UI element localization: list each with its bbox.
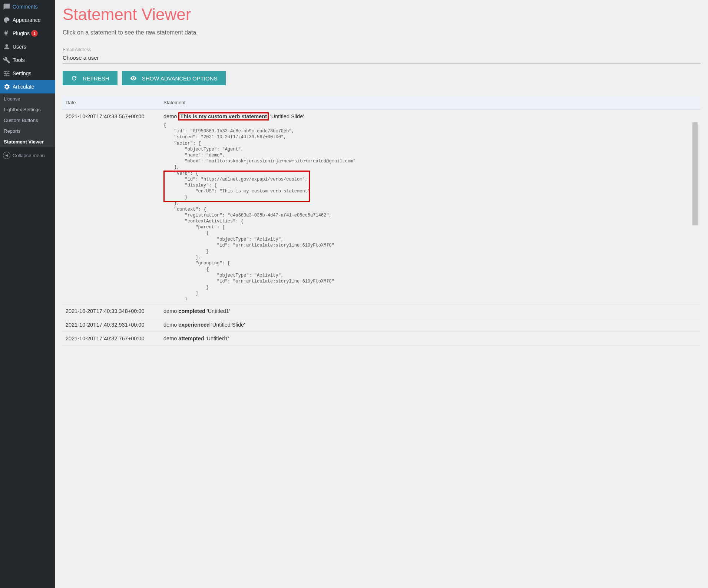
refresh-icon: [71, 75, 77, 82]
statements-table: Date Statement 2021-10-20T17:40:33.567+0…: [63, 96, 701, 346]
appearance-icon: [3, 16, 10, 24]
refresh-button[interactable]: REFRESH: [63, 71, 118, 85]
statement-date: 2021-10-20T17:40:32.931+00:00: [66, 322, 163, 328]
statement-summary: demo experienced 'Untitled Slide': [163, 322, 245, 328]
refresh-label: REFRESH: [83, 75, 109, 82]
statement-object: 'Untitled1': [205, 308, 230, 314]
advanced-label: SHOW ADVANCED OPTIONS: [142, 75, 218, 82]
email-field[interactable]: Choose a user: [63, 54, 701, 64]
admin-sidebar: CommentsAppearancePlugins1UsersToolsSett…: [0, 0, 55, 588]
gear-icon: [3, 83, 10, 90]
sidebar-item-label: Plugins: [13, 30, 30, 36]
statement-column-header: Statement: [163, 100, 698, 105]
plugins-icon: [3, 30, 10, 37]
statement-verb: experienced: [178, 322, 210, 328]
statement-date: 2021-10-20T17:40:33.348+00:00: [66, 308, 163, 314]
statement-json-wrap[interactable]: { "id": "0f950889-1b33-4c8e-bb9c-cadc78b…: [163, 122, 698, 300]
statement-summary: demo attempted 'Untitled1': [163, 336, 229, 341]
submenu-item-reports[interactable]: Reports: [0, 126, 55, 136]
sidebar-item-comments[interactable]: Comments: [0, 0, 55, 13]
comments-icon: [3, 3, 10, 10]
sidebar-item-plugins[interactable]: Plugins1: [0, 27, 55, 40]
eye-icon: [130, 75, 137, 82]
statement-object: 'Untitled1': [204, 336, 229, 341]
table-header: Date Statement: [63, 96, 701, 110]
table-row[interactable]: 2021-10-20T17:40:33.567+00:00demo This i…: [63, 110, 701, 304]
page-title: Statement Viewer: [63, 5, 701, 24]
sidebar-item-label: Articulate: [13, 84, 34, 90]
sidebar-item-label: Tools: [13, 57, 25, 63]
statement-summary: demo This is my custom verb statement 'U…: [163, 112, 304, 120]
svg-point-3: [8, 19, 9, 20]
svg-point-0: [4, 19, 6, 20]
submenu-item-statement-viewer[interactable]: Statement Viewer: [0, 136, 55, 147]
submenu-item-license[interactable]: License: [0, 93, 55, 104]
statement-cell: demo attempted 'Untitled1': [163, 336, 698, 341]
statement-actor: demo: [163, 336, 178, 341]
sidebar-item-label: Comments: [13, 4, 38, 10]
collapse-menu-label: Collapse menu: [13, 153, 45, 158]
submenu-item-lightbox-settings[interactable]: Lightbox Settings: [0, 104, 55, 115]
statement-actor: demo: [163, 308, 178, 314]
date-column-header: Date: [66, 100, 163, 105]
sidebar-item-articulate[interactable]: Articulate: [0, 80, 55, 93]
table-row[interactable]: 2021-10-20T17:40:33.348+00:00demo comple…: [63, 304, 701, 318]
statement-actor: demo: [163, 322, 178, 328]
statement-cell: demo experienced 'Untitled Slide': [163, 322, 698, 328]
statement-summary: demo completed 'Untitled1': [163, 308, 230, 314]
tools-icon: [3, 56, 10, 64]
collapse-menu-button[interactable]: ◄ Collapse menu: [0, 149, 55, 162]
page-subtitle: Click on a statement to see the raw stat…: [63, 29, 701, 36]
sidebar-item-tools[interactable]: Tools: [0, 53, 55, 67]
scrollbar-thumb[interactable]: [692, 122, 698, 225]
sidebar-item-label: Appearance: [13, 17, 41, 23]
email-field-label: Email Address: [63, 47, 701, 52]
statement-verb: attempted: [178, 336, 204, 341]
sidebar-item-appearance[interactable]: Appearance: [0, 13, 55, 27]
svg-point-2: [7, 18, 8, 19]
submenu-item-custom-buttons[interactable]: Custom Buttons: [0, 115, 55, 126]
statement-verb: This is my custom verb statement: [178, 112, 269, 120]
collapse-icon: ◄: [3, 152, 10, 159]
sidebar-item-settings[interactable]: Settings: [0, 67, 55, 80]
statement-json: { "id": "0f950889-1b33-4c8e-bb9c-cadc78b…: [163, 122, 698, 300]
svg-point-1: [6, 18, 7, 19]
articulate-submenu: LicenseLightbox SettingsCustom ButtonsRe…: [0, 93, 55, 147]
toolbar: REFRESH SHOW ADVANCED OPTIONS: [63, 71, 701, 85]
update-badge: 1: [31, 30, 38, 37]
settings-icon: [3, 70, 10, 77]
show-advanced-button[interactable]: SHOW ADVANCED OPTIONS: [122, 71, 226, 85]
sidebar-item-label: Settings: [13, 70, 32, 76]
statement-object: 'Untitled Slide': [210, 322, 245, 328]
table-row[interactable]: 2021-10-20T17:40:32.931+00:00demo experi…: [63, 318, 701, 332]
users-icon: [3, 43, 10, 50]
statement-date: 2021-10-20T17:40:32.767+00:00: [66, 336, 163, 341]
sidebar-item-label: Users: [13, 44, 26, 50]
sidebar-item-users[interactable]: Users: [0, 40, 55, 53]
main-content: Statement Viewer Click on a statement to…: [55, 0, 708, 588]
statement-cell: demo completed 'Untitled1': [163, 308, 698, 314]
statement-object: 'Untitled Slide': [269, 113, 304, 119]
statement-actor: demo: [163, 113, 178, 119]
statement-date: 2021-10-20T17:40:33.567+00:00: [66, 113, 163, 119]
statement-cell: demo This is my custom verb statement 'U…: [163, 113, 698, 300]
table-row[interactable]: 2021-10-20T17:40:32.767+00:00demo attemp…: [63, 332, 701, 346]
statement-verb: completed: [178, 308, 205, 314]
